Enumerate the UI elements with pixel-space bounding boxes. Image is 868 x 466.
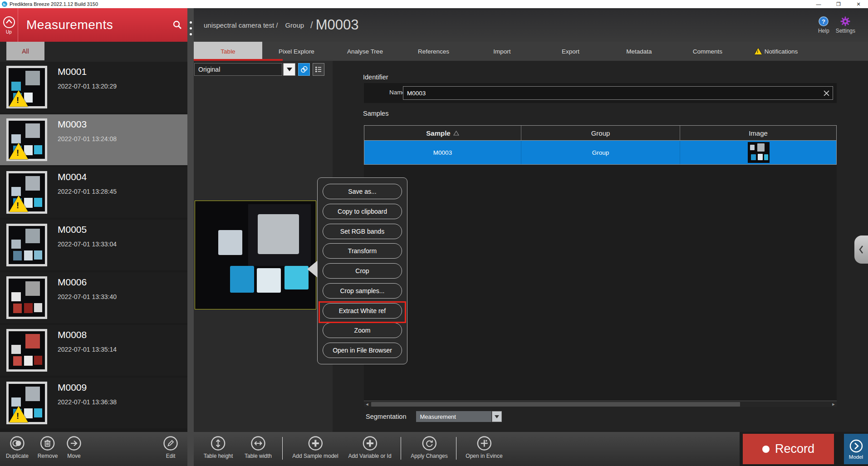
measurement-thumbnail [6, 171, 47, 214]
menu-item-save-as[interactable]: Save as... [323, 184, 402, 199]
layer-list-button[interactable] [313, 63, 324, 76]
list-item-m0006[interactable]: M0006 2022-07-01 13:33:40 [0, 272, 187, 323]
tab-import[interactable]: Import [468, 42, 536, 61]
table-row-m0003[interactable]: M0003 Group [364, 141, 836, 164]
settings-button[interactable]: Settings [836, 16, 855, 34]
duplicate-icon [9, 435, 25, 451]
list-icon [314, 65, 323, 74]
list-item-m0001[interactable]: M0001 2022-07-01 13:20:29 [0, 62, 187, 113]
menu-item-transform[interactable]: Transform [323, 243, 402, 259]
scroll-right-icon[interactable]: ► [830, 402, 837, 407]
menu-item-zoom[interactable]: Zoom [323, 323, 402, 338]
tab-export[interactable]: Export [536, 42, 605, 61]
sidebar-header: Up Measurements [0, 8, 187, 42]
pencil-icon [162, 435, 179, 451]
measurement-list: M0001 2022-07-01 13:20:29 M0003 2022-07-… [0, 62, 187, 432]
table-height-button[interactable]: Table height [204, 435, 233, 459]
clear-name-button[interactable] [820, 90, 833, 96]
panel-splitter[interactable] [187, 8, 194, 466]
tab-notifications[interactable]: Notifications [742, 42, 810, 61]
up-button[interactable]: Up [0, 8, 18, 42]
measurement-name: M0003 [58, 119, 87, 130]
breadcrumb-group[interactable]: Group [285, 21, 304, 29]
help-button[interactable]: ? Help [818, 16, 829, 34]
minimize-button[interactable]: — [815, 1, 822, 7]
move-button[interactable]: Move [66, 435, 82, 459]
name-input[interactable] [403, 89, 820, 97]
remove-button[interactable]: Remove [38, 435, 58, 459]
plus-circle-icon [307, 435, 324, 451]
column-header-image[interactable]: Image [680, 126, 836, 140]
breadcrumb-parent[interactable]: unispectral camera test / [204, 21, 278, 29]
link-circles-icon [299, 65, 309, 74]
segmentation-select[interactable]: Measurement [416, 411, 491, 422]
context-menu-callout-arrow [307, 260, 318, 278]
sidebar-filter-tabs: All [0, 42, 187, 62]
tab-comments[interactable]: Comments [673, 42, 742, 61]
horizontal-scrollbar[interactable]: ◄ ► [364, 401, 837, 407]
add-sample-model-button[interactable]: Add Sample model [292, 435, 338, 459]
measurement-thumbnail [6, 66, 47, 108]
apply-changes-button[interactable]: Apply Changes [411, 435, 447, 459]
tab-references[interactable]: References [399, 42, 468, 61]
scrollbar-thumb[interactable] [371, 402, 740, 407]
list-item-m0005[interactable]: M0005 2022-07-01 13:33:04 [0, 220, 187, 270]
tab-table[interactable]: Table [194, 42, 262, 61]
list-item-m0004[interactable]: M0004 2022-07-01 13:28:45 [0, 167, 187, 218]
measurement-timestamp: 2022-07-01 13:36:38 [58, 398, 117, 406]
measurement-thumbnail [6, 329, 47, 372]
record-button[interactable]: Record [743, 434, 834, 464]
warning-icon [9, 90, 28, 107]
search-icon [172, 20, 183, 30]
sample-image-thumbnail [748, 142, 770, 163]
segmentation-arrow-button[interactable] [492, 411, 502, 422]
plus-circle-icon [362, 435, 378, 451]
menu-item-copy-to-clipboard[interactable]: Copy to clipboard [323, 204, 402, 219]
model-button[interactable]: Model [844, 434, 868, 464]
layer-select-arrow-button[interactable] [283, 63, 295, 76]
measurement-thumbnail [6, 224, 47, 266]
app-icon: b. [2, 1, 7, 7]
open-external-icon [476, 435, 492, 451]
column-header-sample[interactable]: Sample [364, 126, 521, 140]
tab-analyse-tree[interactable]: Analyse Tree [331, 42, 399, 61]
add-variable-or-id-button[interactable]: Add Variable or Id [348, 435, 391, 459]
main-header: unispectral camera test / Group / M0003 … [194, 8, 868, 42]
restore-button[interactable]: ❐ [835, 1, 842, 7]
close-button[interactable]: ✕ [855, 1, 862, 7]
search-button[interactable] [172, 20, 183, 30]
measurement-image-preview[interactable] [195, 201, 316, 309]
identifier-panel: Name [364, 83, 837, 103]
collapse-panel-handle[interactable] [854, 235, 868, 264]
up-icon [2, 15, 16, 29]
window-title: Prediktera Breeze 2022.1.12 Build 3150 [10, 1, 98, 7]
duplicate-button[interactable]: Duplicate [6, 435, 29, 459]
measurement-name: M0005 [58, 224, 87, 235]
link-view-button[interactable] [298, 63, 310, 76]
menu-item-set-rgb-bands[interactable]: Set RGB bands [323, 224, 402, 239]
menu-item-crop[interactable]: Crop [323, 263, 402, 279]
warning-icon [9, 196, 28, 212]
splitter-dots-icon [190, 21, 192, 24]
table-width-button[interactable]: Table width [245, 435, 272, 459]
menu-item-crop-samples[interactable]: Crop samples... [323, 283, 402, 299]
filter-tab-all[interactable]: All [6, 42, 44, 60]
app-window: b. Prediktera Breeze 2022.1.12 Build 315… [0, 0, 868, 466]
tab-metadata[interactable]: Metadata [605, 42, 673, 61]
list-item-m0009[interactable]: M0009 2022-07-01 13:36:38 [0, 378, 187, 428]
chevron-down-icon [287, 68, 292, 71]
column-header-group[interactable]: Group [521, 126, 680, 140]
menu-item-open-in-file-browser[interactable]: Open in File Browser [323, 343, 402, 358]
edit-button[interactable]: Edit [162, 435, 179, 459]
menu-item-extract-white-ref[interactable]: Extract White ref [323, 303, 402, 319]
scroll-left-icon[interactable]: ◄ [364, 402, 370, 407]
list-item-m0003[interactable]: M0003 2022-07-01 13:24:08 [0, 114, 187, 165]
list-item-m0008[interactable]: M0008 2022-07-01 13:35:14 [0, 325, 187, 376]
help-icon: ? [818, 16, 829, 27]
layer-select[interactable]: Original [194, 63, 282, 76]
trash-icon [39, 435, 56, 451]
gear-icon [840, 16, 851, 27]
sidebar-title: Measurements [26, 18, 113, 32]
tab-pixel-explore[interactable]: Pixel Explore [262, 42, 331, 61]
open-in-evince-button[interactable]: Open in Evince [466, 435, 502, 459]
